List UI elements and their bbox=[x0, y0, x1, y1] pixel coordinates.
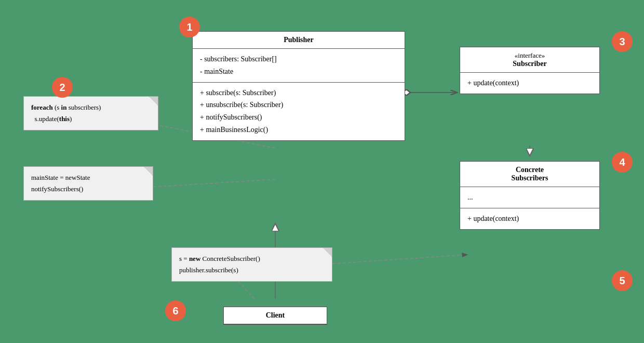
num-circle-1: 1 bbox=[179, 17, 200, 37]
concrete-field-1: ... bbox=[467, 191, 592, 204]
publisher-field-1: - subscribers: Subscriber[] bbox=[200, 53, 397, 65]
svg-line-6 bbox=[151, 179, 275, 187]
note-foreach-line1: foreach (s in subscribers) bbox=[31, 102, 151, 113]
note-new-sub-line2: publisher.subscribe(s) bbox=[179, 265, 325, 276]
note-new-sub-line1: s = new ConcreteSubscriber() bbox=[179, 253, 325, 265]
note-foreach: foreach (s in subscribers) s.update(this… bbox=[23, 96, 158, 130]
publisher-method-1: + subscribe(s: Subscriber) bbox=[200, 87, 397, 99]
subscriber-title: «interface» Subscriber bbox=[460, 47, 599, 73]
subscriber-method-1: + update(context) bbox=[467, 77, 592, 89]
diagram-container: Publisher - subscribers: Subscriber[] - … bbox=[0, 0, 644, 343]
num-circle-3: 3 bbox=[612, 31, 633, 52]
svg-line-7 bbox=[327, 255, 467, 264]
note-mainstate: mainState = newState notifySubscribers() bbox=[23, 166, 153, 201]
note-foreach-line2: s.update(this) bbox=[31, 113, 151, 125]
publisher-box: Publisher - subscribers: Subscriber[] - … bbox=[192, 31, 405, 141]
num-circle-2: 2 bbox=[52, 77, 73, 98]
publisher-field-2: - mainState bbox=[200, 65, 397, 78]
note-new-subscriber: s = new ConcreteSubscriber() publisher.s… bbox=[171, 247, 332, 282]
subscriber-name: Subscriber bbox=[467, 60, 592, 68]
subscriber-box: «interface» Subscriber + update(context) bbox=[460, 47, 600, 94]
note-mainstate-line2: notifySubscribers() bbox=[31, 183, 145, 195]
publisher-title: Publisher bbox=[193, 32, 405, 49]
concrete-subscribers-title: ConcreteSubscribers bbox=[460, 162, 599, 187]
num-circle-4: 4 bbox=[612, 152, 633, 173]
client-box: Client bbox=[223, 307, 327, 325]
note-mainstate-line1: mainState = newState bbox=[31, 172, 145, 183]
publisher-fields: - subscribers: Subscriber[] - mainState bbox=[193, 49, 405, 83]
subscriber-methods: + update(context) bbox=[460, 73, 599, 94]
num-circle-5: 5 bbox=[612, 270, 633, 291]
publisher-method-3: + notifySubscribers() bbox=[200, 111, 397, 124]
concrete-method-1: + update(context) bbox=[467, 213, 592, 225]
num-circle-6: 6 bbox=[165, 300, 186, 321]
concrete-subscribers-methods: + update(context) bbox=[460, 208, 599, 229]
publisher-method-2: + unsubscribe(s: Subscriber) bbox=[200, 99, 397, 111]
concrete-subscribers-name: ConcreteSubscribers bbox=[512, 166, 548, 182]
concrete-subscribers-box: ConcreteSubscribers ... + update(context… bbox=[460, 161, 600, 230]
concrete-subscribers-fields: ... bbox=[460, 187, 599, 208]
subscriber-stereotype: «interface» bbox=[467, 51, 592, 60]
publisher-methods: + subscribe(s: Subscriber) + unsubscribe… bbox=[193, 83, 405, 140]
publisher-method-4: + mainBusinessLogic() bbox=[200, 124, 397, 136]
client-title: Client bbox=[224, 307, 327, 324]
